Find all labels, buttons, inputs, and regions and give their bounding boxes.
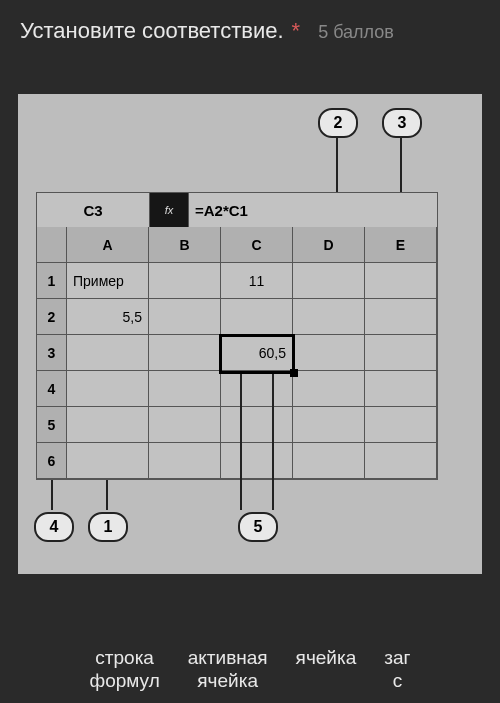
callout-label: 3	[398, 114, 407, 132]
cell-C3: 60,5	[221, 335, 293, 371]
cell-A2: 5,5	[67, 299, 149, 335]
callout-bubble-1: 1	[88, 512, 128, 542]
cell-E6	[365, 443, 437, 479]
answer-option-2[interactable]: активная ячейка	[188, 646, 268, 694]
col-header-B: B	[149, 227, 221, 263]
answer-option-1[interactable]: строка формул	[90, 646, 160, 694]
cell-D2	[293, 299, 365, 335]
fx-icon: fx	[150, 193, 188, 227]
cell-B4	[149, 371, 221, 407]
cell-D6	[293, 443, 365, 479]
question-title: Установите соответствие.	[20, 18, 284, 44]
cell-C6	[221, 443, 293, 479]
cell-A3	[67, 335, 149, 371]
col-header-C: C	[221, 227, 293, 263]
corner-cell	[37, 227, 67, 263]
row-header-4: 4	[37, 371, 67, 407]
cell-A4	[67, 371, 149, 407]
cell-A5	[67, 407, 149, 443]
row-header-6: 6	[37, 443, 67, 479]
callout-bubble-5: 5	[238, 512, 278, 542]
cell-C2	[221, 299, 293, 335]
cell-E2	[365, 299, 437, 335]
cell-E1	[365, 263, 437, 299]
cell-D3	[293, 335, 365, 371]
cell-E3	[365, 335, 437, 371]
points-label: 5 баллов	[318, 22, 394, 43]
question-header: Установите соответствие. * 5 баллов	[0, 0, 500, 54]
grid: A B C D E 1 Пример 11 2 5,5 3 60,5 4	[37, 227, 437, 479]
col-header-A: A	[67, 227, 149, 263]
cell-A1: Пример	[67, 263, 149, 299]
callout-line-5a	[240, 374, 242, 510]
callout-label: 5	[254, 518, 263, 536]
callout-label: 4	[50, 518, 59, 536]
row-header-2: 2	[37, 299, 67, 335]
cell-B5	[149, 407, 221, 443]
cell-C5	[221, 407, 293, 443]
row-header-3: 3	[37, 335, 67, 371]
cell-D1	[293, 263, 365, 299]
row-header-5: 5	[37, 407, 67, 443]
cell-E5	[365, 407, 437, 443]
row-header-1: 1	[37, 263, 67, 299]
spreadsheet: C3 fx =A2*C1 A B C D E 1 Пример 11 2 5,5…	[36, 192, 438, 480]
callout-line-4	[51, 480, 53, 510]
callout-bubble-4: 4	[34, 512, 74, 542]
col-header-E: E	[365, 227, 437, 263]
diagram-image: 2 3 C3 fx =A2*C1 A B C D E 1 Пример 11 2…	[18, 94, 482, 574]
callout-line-2	[336, 136, 338, 198]
required-asterisk: *	[292, 18, 301, 44]
cell-E4	[365, 371, 437, 407]
cell-A6	[67, 443, 149, 479]
callout-line-1	[106, 480, 108, 510]
callout-label: 1	[104, 518, 113, 536]
answer-options-row: строка формул активная ячейка ячейка заг…	[0, 646, 500, 694]
cell-B2	[149, 299, 221, 335]
callout-label: 2	[334, 114, 343, 132]
formula-input: =A2*C1	[188, 193, 437, 227]
cell-D5	[293, 407, 365, 443]
answer-option-4[interactable]: заг с	[384, 646, 410, 694]
cell-B6	[149, 443, 221, 479]
callout-bubble-2: 2	[318, 108, 358, 138]
formula-bar: C3 fx =A2*C1	[37, 193, 437, 227]
callout-line-5b	[272, 374, 274, 510]
cell-C1: 11	[221, 263, 293, 299]
col-header-D: D	[293, 227, 365, 263]
name-box: C3	[37, 193, 150, 227]
answer-option-3[interactable]: ячейка	[296, 646, 357, 694]
cell-D4	[293, 371, 365, 407]
callout-bubble-3: 3	[382, 108, 422, 138]
cell-B3	[149, 335, 221, 371]
cell-C4	[221, 371, 293, 407]
cell-B1	[149, 263, 221, 299]
